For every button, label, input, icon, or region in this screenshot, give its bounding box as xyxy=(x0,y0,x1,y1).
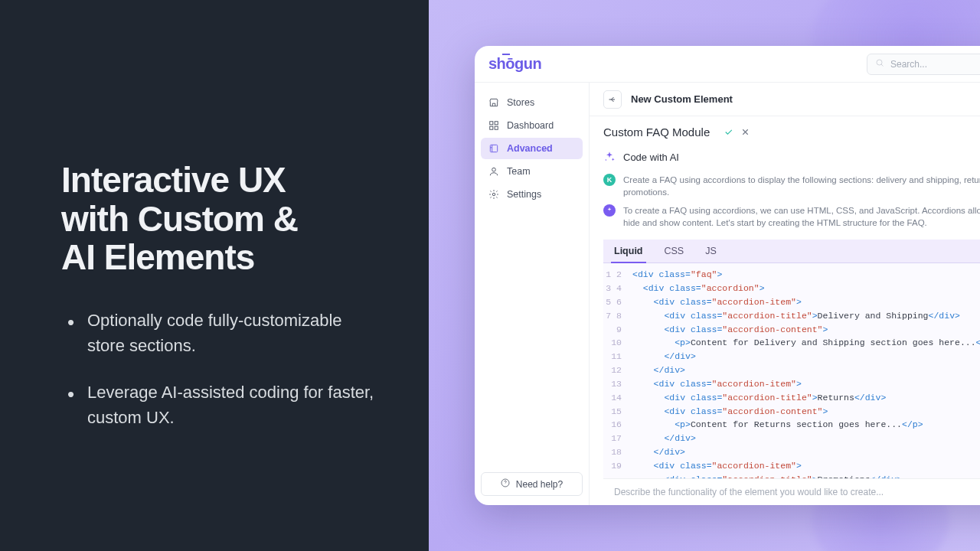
headline-line-1: Interactive UX xyxy=(61,160,286,200)
grid-icon xyxy=(488,120,499,131)
app-window: shōgun Search... Stores Dashboard xyxy=(475,46,980,505)
sidebar-item-settings[interactable]: Settings xyxy=(481,184,583,205)
code-with-ai-row: Code with AI xyxy=(603,151,980,163)
ai-prompt-input[interactable]: Describe the functionality of the elemen… xyxy=(603,478,980,505)
svg-point-7 xyxy=(492,168,496,171)
line-gutter: 1 2 3 4 5 6 7 8 9 10 11 12 13 14 15 16 1… xyxy=(603,263,628,478)
user-avatar: K xyxy=(603,174,616,186)
title-actions xyxy=(722,126,751,139)
tab-liquid[interactable]: Liquid xyxy=(603,240,654,262)
element-title: Custom FAQ Module xyxy=(603,126,710,139)
back-button[interactable] xyxy=(603,90,622,109)
help-icon xyxy=(501,478,510,490)
element-title-row: Custom FAQ Module xyxy=(603,126,980,139)
svg-rect-2 xyxy=(490,122,493,125)
search-icon xyxy=(875,58,890,70)
chat-user-text: Create a FAQ using accordions to display… xyxy=(623,174,980,198)
svg-rect-3 xyxy=(495,122,498,125)
svg-rect-6 xyxy=(490,145,497,152)
headline-line-3: AI Elements xyxy=(61,237,254,277)
svg-line-1 xyxy=(881,64,884,67)
search-input[interactable]: Search... xyxy=(867,54,980,75)
svg-rect-5 xyxy=(495,126,498,129)
search-placeholder: Search... xyxy=(890,59,927,70)
code-with-ai-label: Code with AI xyxy=(623,152,679,163)
sidebar-item-team[interactable]: Team xyxy=(481,161,583,182)
bullet-item: Leverage AI-assisted coding for faster, … xyxy=(61,380,375,430)
user-icon xyxy=(488,166,499,177)
store-icon xyxy=(488,97,499,108)
chat-ai-message: To create a FAQ using accordions, we can… xyxy=(603,204,980,229)
close-button[interactable] xyxy=(739,126,751,139)
confirm-button[interactable] xyxy=(722,126,734,139)
help-label: Need help? xyxy=(516,479,563,490)
main-panel: New Custom Element Custom FAQ Module Cod… xyxy=(590,83,980,505)
app-preview-pane: shōgun Search... Stores Dashboard xyxy=(429,0,980,551)
editor-panel: Custom FAQ Module Code with AI K Create … xyxy=(603,126,980,505)
breadcrumb: New Custom Element xyxy=(590,83,980,116)
tab-css[interactable]: CSS xyxy=(654,240,695,262)
sidebar-item-label: Dashboard xyxy=(507,120,554,131)
marketing-pane: Interactive UX with Custom & AI Elements… xyxy=(0,0,429,551)
svg-point-8 xyxy=(492,193,495,196)
ai-avatar xyxy=(603,204,616,217)
page-title: New Custom Element xyxy=(631,93,733,105)
code-content: <div class="faq"> <div class="accordion"… xyxy=(628,263,980,478)
bullet-list: Optionally code fully-customizable store… xyxy=(61,308,375,452)
sidebar-item-stores[interactable]: Stores xyxy=(481,92,583,113)
chat-ai-text: To create a FAQ using accordions, we can… xyxy=(623,204,980,229)
sidebar-item-label: Stores xyxy=(507,97,534,108)
svg-rect-4 xyxy=(490,126,493,129)
sidebar-item-label: Settings xyxy=(507,189,541,200)
code-tabs: Liquid CSS JS xyxy=(603,240,980,263)
sparkle-icon xyxy=(603,151,616,163)
svg-point-0 xyxy=(877,60,882,65)
sidebar-item-advanced[interactable]: Advanced xyxy=(481,138,583,159)
logo: shōgun xyxy=(488,55,541,73)
logo-text: shōgun xyxy=(488,55,541,72)
sidebar-item-dashboard[interactable]: Dashboard xyxy=(481,115,583,136)
sidebar-item-label: Advanced xyxy=(507,143,553,154)
headline-line-2: with Custom & xyxy=(61,199,298,239)
app-body: Stores Dashboard Advanced Team Settings xyxy=(475,83,980,505)
topbar: shōgun Search... xyxy=(475,46,980,83)
sidebar: Stores Dashboard Advanced Team Settings xyxy=(475,83,590,505)
arrow-left-icon xyxy=(608,95,617,104)
headline: Interactive UX with Custom & AI Elements xyxy=(61,161,375,277)
advanced-icon xyxy=(488,143,499,154)
tab-js[interactable]: JS xyxy=(694,240,727,262)
help-button[interactable]: Need help? xyxy=(481,472,583,496)
gear-icon xyxy=(488,189,499,200)
sidebar-item-label: Team xyxy=(507,166,531,177)
code-editor[interactable]: 1 2 3 4 5 6 7 8 9 10 11 12 13 14 15 16 1… xyxy=(603,263,980,478)
chat-user-message: K Create a FAQ using accordions to displ… xyxy=(603,174,980,198)
bullet-item: Optionally code fully-customizable store… xyxy=(61,308,375,358)
